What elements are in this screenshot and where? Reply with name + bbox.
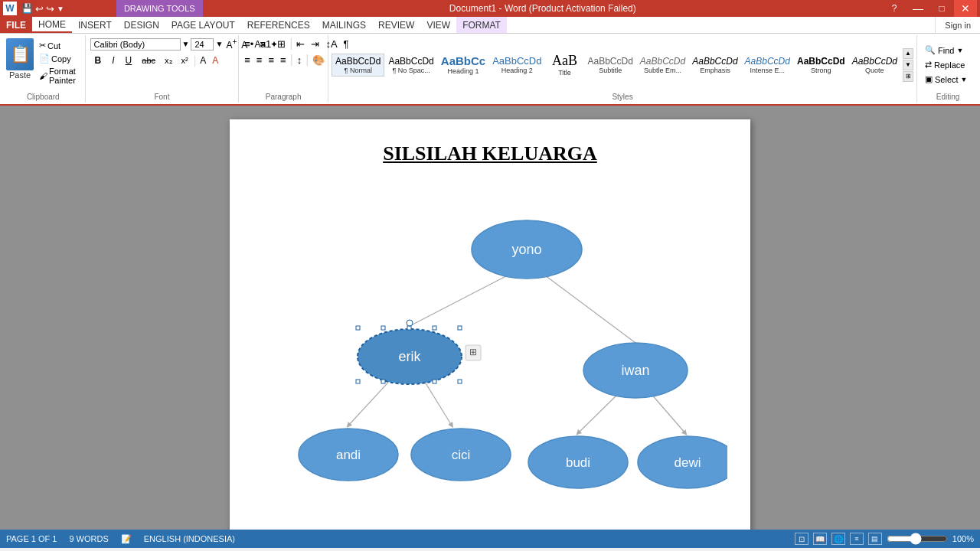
style-quote-preview: AaBbCcDd (852, 56, 897, 67)
sign-in[interactable]: Sign in (935, 17, 980, 33)
paragraph-group: ≡• ≡1 ⊞ | ⇤ ⇥ ↕A ¶ ≡ ≡ ≡ ≡ | ↕ | 🎨 ⊞ Par… (239, 35, 328, 103)
window-title: Document1 - Word (Product Activation Fai… (203, 3, 883, 14)
menu-insert[interactable]: INSERT (72, 17, 118, 33)
copy-button[interactable]: 📄 Copy (38, 53, 82, 64)
handle-erik-bl[interactable] (356, 380, 360, 383)
qat-save[interactable]: 💾 (21, 3, 33, 14)
draft-btn[interactable]: ▤ (868, 533, 882, 545)
help-btn[interactable]: ? (883, 0, 906, 17)
cut-icon: ✂ (39, 41, 46, 51)
find-dropdown[interactable]: ▼ (956, 47, 963, 54)
bold-btn[interactable]: B (90, 54, 106, 67)
style-no-spacing[interactable]: AaBbCcDd ¶ No Spac... (385, 54, 436, 76)
underline-btn[interactable]: U (121, 54, 137, 67)
label-yono: yono (511, 242, 541, 257)
minimize-btn[interactable]: — (906, 0, 929, 17)
style-normal[interactable]: AaBbCcDd ¶ Normal (332, 54, 384, 77)
read-mode-btn[interactable]: 📖 (813, 533, 827, 545)
cut-button[interactable]: ✂ Cut (38, 40, 82, 51)
handle-erik-tr2[interactable] (458, 326, 462, 330)
rotate-handle-erik[interactable] (407, 320, 413, 326)
language[interactable]: ENGLISH (INDONESIA) (144, 534, 235, 543)
strikethrough-btn[interactable]: abc (138, 54, 159, 67)
qat-undo[interactable]: ↩ (35, 3, 44, 15)
drawing-tools-label: DRAWING TOOLS (116, 0, 203, 17)
font-label: Font (90, 93, 234, 101)
cut-label: Cut (47, 41, 60, 51)
handle-erik-tl[interactable] (356, 326, 360, 330)
print-layout-btn[interactable]: ⊡ (795, 533, 808, 545)
menu-references[interactable]: REFERENCES (241, 17, 316, 33)
format-painter-button[interactable]: 🖌 Format Painter (38, 66, 82, 86)
select-label: Select (935, 75, 959, 84)
qat-redo[interactable]: ↪ (46, 3, 54, 15)
menu-format[interactable]: FORMAT (456, 17, 507, 33)
multilevel-btn[interactable]: ⊞ (275, 37, 288, 51)
paste-label: Paste (9, 70, 31, 80)
handle-erik-tc[interactable] (407, 326, 411, 330)
style-heading1[interactable]: AaBbCc Heading 1 (438, 53, 488, 77)
style-subtle-em[interactable]: AaBbCcDd Subtle Em... (637, 54, 688, 76)
maximize-btn[interactable]: □ (930, 0, 953, 17)
font-size-input[interactable] (191, 38, 214, 51)
superscript-btn[interactable]: x² (178, 54, 192, 67)
decrease-indent-btn[interactable]: ⇤ (294, 37, 307, 51)
zoom-slider[interactable] (887, 533, 948, 545)
font-name-dropdown[interactable]: ▼ (182, 40, 190, 48)
line-spacing-btn[interactable]: ↕ (295, 54, 305, 67)
handle-erik-bm[interactable] (381, 380, 385, 383)
align-left-btn[interactable]: ≡ (242, 54, 253, 67)
style-quote[interactable]: AaBbCcDd Quote (849, 54, 900, 76)
styles-scroll-down[interactable]: ▼ (903, 60, 913, 70)
select-button[interactable]: ▣ Select ▼ (922, 73, 974, 86)
menu-view[interactable]: VIEW (420, 17, 456, 33)
handle-erik-br2[interactable] (458, 380, 462, 383)
outline-btn[interactable]: ≡ (850, 533, 864, 545)
font-increase-btn[interactable]: A+ (224, 37, 238, 51)
justify-btn[interactable]: ≡ (278, 54, 289, 67)
numbering-btn[interactable]: ≡1 (257, 37, 273, 51)
select-dropdown[interactable]: ▼ (961, 76, 968, 83)
close-btn[interactable]: ✕ (954, 0, 977, 17)
web-layout-btn[interactable]: 🌐 (831, 533, 845, 545)
text-highlight-btn[interactable]: A (198, 54, 208, 67)
menu-page-layout[interactable]: PAGE LAYOUT (165, 17, 241, 33)
edge-erik-andi (348, 376, 394, 425)
menu-home[interactable]: HOME (32, 17, 72, 33)
shading-btn[interactable]: 🎨 (310, 54, 327, 67)
menu-file[interactable]: FILE (0, 17, 32, 33)
style-quote-label: Quote (865, 67, 884, 74)
style-strong[interactable]: AaBbCcDd Strong (794, 54, 848, 76)
handle-erik-tm[interactable] (381, 326, 385, 330)
app-icon: W (3, 2, 17, 15)
handle-erik-tr[interactable] (433, 326, 436, 330)
style-intense-em[interactable]: AaBbCcDd Intense E... (742, 54, 793, 76)
increase-indent-btn[interactable]: ⇥ (309, 37, 322, 51)
align-center-btn[interactable]: ≡ (254, 54, 265, 67)
style-heading2[interactable]: AaBbCcDd Heading 2 (489, 54, 544, 76)
font-size-dropdown[interactable]: ▼ (215, 40, 223, 48)
menu-review[interactable]: REVIEW (372, 17, 420, 33)
menu-design[interactable]: DESIGN (118, 17, 165, 33)
replace-button[interactable]: ⇄ Replace (922, 58, 974, 71)
handle-erik-br[interactable] (433, 380, 436, 383)
style-subtitle[interactable]: AaBbCcDd Subtitle (584, 54, 635, 76)
proofing-icon[interactable]: 📝 (121, 534, 132, 544)
styles-expand[interactable]: ⊞ (903, 71, 913, 82)
paste-button[interactable]: 📋 Paste (5, 37, 35, 81)
italic-btn[interactable]: I (107, 54, 119, 67)
styles-scroll-up[interactable]: ▲ (903, 48, 913, 59)
menu-mailings[interactable]: MAILINGS (316, 17, 372, 33)
align-right-btn[interactable]: ≡ (266, 54, 276, 67)
style-intense-em-preview: AaBbCcDd (745, 56, 790, 67)
font-color-btn[interactable]: A (210, 54, 220, 67)
style-emphasis[interactable]: AaBbCcDd Emphasis (689, 54, 740, 76)
bullets-btn[interactable]: ≡• (242, 37, 256, 51)
qat-customize[interactable]: ▼ (57, 5, 64, 13)
font-group: ▼ ▼ A+ A- Aa ✦ B I U abc x₂ x² | A A Fon… (86, 35, 240, 103)
style-title[interactable]: AaB Title (545, 51, 583, 78)
font-name-input[interactable] (90, 38, 181, 51)
subscript-btn[interactable]: x₂ (161, 54, 176, 67)
find-button[interactable]: 🔍 Find ▼ (922, 44, 974, 57)
style-h2-label: Heading 2 (501, 67, 533, 74)
